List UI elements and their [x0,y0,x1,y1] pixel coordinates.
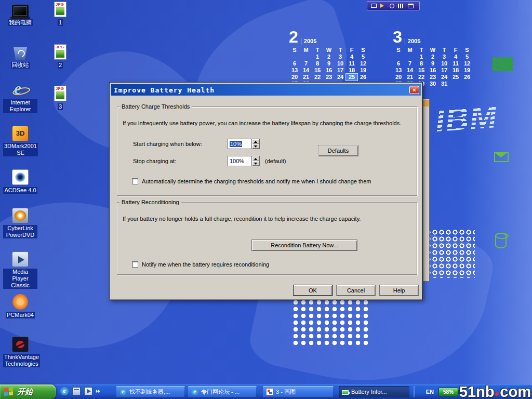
calendar-day-headers: SMTWTFS [393,47,473,54]
start-button[interactable]: 开始 [0,384,56,399]
desktop-icon-jpg-3[interactable]: JPG 3 [46,86,75,111]
recondition-description: If your battery no longer holds a full c… [123,216,413,222]
topright-toolbar[interactable] [367,1,420,10]
battery-reconditioning-group: Battery Reconditioning If your battery n… [117,199,417,275]
start-charging-spinner[interactable]: 10% [228,139,260,149]
quick-launch [60,387,101,395]
desktop-icon-3dmark2001[interactable]: 3DMark2001 SE [3,126,37,157]
desktop-icon-label: CyberLink PowerDVD [3,225,37,238]
calendar-year: 2005 [301,38,316,45]
desktop-icon-my-computer[interactable]: 我的电脑 [3,3,37,26]
grid-icon[interactable] [398,4,404,8]
powerdvd-icon [12,208,29,223]
close-button[interactable]: × [409,86,419,94]
task-label: 找不到服务器,... [129,388,170,396]
pcmark-icon [12,294,28,310]
notify-recondition-checkbox-row[interactable]: Notify me when the battery requires reco… [132,261,269,268]
close-icon: × [413,87,416,93]
circle-icon[interactable] [390,4,394,8]
desktop-icon-label: ACDSee 4.0 [3,187,37,194]
internet-explorer-icon [12,82,29,98]
system-tray: EN 58% [426,384,458,399]
3dmark-icon [12,126,29,141]
battery-tray-indicator[interactable]: 58% [438,388,458,396]
dialog-titlebar[interactable]: Improve Battery Health × [111,84,421,96]
stop-charging-spinner[interactable]: 100% [228,156,260,166]
jpg-badge: JPG [56,2,64,7]
calendar-year: 2005 [405,38,420,45]
media-player-icon[interactable] [84,387,92,395]
task-label: 3 - 画图 [276,388,296,396]
checkbox-icon[interactable] [132,261,138,268]
language-indicator[interactable]: EN [426,389,434,395]
chevron-icon[interactable] [96,387,101,395]
jpg-file-icon: JPG [54,44,66,60]
paint-icon [266,388,273,395]
background-window-accent [423,100,429,107]
speaker-icon[interactable] [380,4,386,8]
media-player-classic-icon [12,251,29,267]
desktop-icon-recycle-bin[interactable]: 回收站 [3,44,37,69]
wallpaper-dot-grid [292,299,370,347]
spinner-up-icon[interactable] [252,139,259,144]
spinner-buttons [251,139,260,149]
calendar-march: 3 2005 SMTWTFS 1234567891011121314151617… [393,27,473,87]
default-note: (default) [265,158,286,164]
desktop-icon-label: 2 [58,62,63,69]
watermark-right: com [500,383,531,399]
auto-thresholds-checkbox-label: Automatically determine the charging thr… [142,178,371,184]
start-charging-label: Start charging when below: [133,141,202,147]
stop-charging-label: Stop charging at: [133,158,176,164]
watermark-left: 51nb [459,383,495,399]
thinkvantage-icon [12,337,29,352]
ie-icon [119,388,127,395]
ok-button[interactable]: OK [293,285,332,296]
show-desktop-icon[interactable] [72,387,81,395]
desktop-icon-media-player-classic[interactable]: Media Player Classic [3,251,37,289]
desktop-icon-jpg-2[interactable]: JPG 2 [46,44,75,69]
auto-thresholds-checkbox-row[interactable]: Automatically determine the charging thr… [132,178,371,184]
monitor-icon[interactable] [371,4,377,8]
desktop-icon-powerdvd[interactable]: CyberLink PowerDVD [3,208,37,239]
calendar-day-headers: SMTWTFS [289,47,369,54]
recycle-bin-icon [14,45,27,60]
defaults-button[interactable]: Defaults [318,145,358,156]
stop-charging-value[interactable]: 100% [228,156,251,166]
calendar-header: 3 2005 [393,27,473,45]
start-button-label: 开始 [17,387,33,397]
recondition-battery-button[interactable]: Recondition Battery Now... [251,240,357,251]
taskbar-task-server-not-found[interactable]: 找不到服务器,... [116,386,185,397]
taskbar-task-forum[interactable]: 专门网论坛 - ... [188,386,257,397]
dialog-title: Improve Battery Health [114,86,215,94]
jpg-file-icon: JPG [54,86,66,101]
ibm-logo: IBM [434,98,499,139]
group-title: Battery Reconditioning [119,199,181,205]
spinner-up-icon[interactable] [252,156,259,161]
desktop-icon-label: ThinkVantage Technologies [3,354,40,367]
desktop-icon-label: 3 [58,103,63,110]
ie-quicklaunch-icon[interactable] [60,387,69,395]
jpg-badge: JPG [56,86,64,91]
checkbox-icon[interactable] [132,178,138,184]
desktop-icon-label: PCMark04 [6,312,35,318]
desktop-icon-pcmark04[interactable]: PCMark04 [3,294,37,319]
taskbar-task-paint[interactable]: 3 - 画图 [263,386,334,397]
battery-icon [342,390,349,395]
start-charging-value[interactable]: 10% [228,139,251,149]
taskbar-task-battery-information[interactable]: Battery Infor... [339,386,409,397]
spinner-down-icon[interactable] [252,144,259,149]
desktop-icon-internet-explorer[interactable]: Internet Explorer [3,82,37,113]
tray-icon[interactable] [408,4,414,8]
cancel-button[interactable]: Cancel [336,285,376,296]
calendar-header: 2 2005 [289,27,369,45]
desktop-icon-jpg-1[interactable]: JPG 1 [46,2,75,26]
desktop-icon-label: Media Player Classic [3,269,37,289]
database-cylinder-icon [495,233,507,248]
threshold-description: If you infrequently use battery power, y… [123,120,413,126]
my-computer-icon [12,5,29,17]
spinner-down-icon[interactable] [252,161,259,166]
desktop-icon-acdsee[interactable]: ACDSee 4.0 [3,169,37,194]
desktop-icon-thinkvantage[interactable]: ThinkVantage Technologies [3,337,37,368]
dialog-body: Battery Charge Thresholds If you infrequ… [111,96,421,299]
help-button[interactable]: Help [379,285,419,296]
